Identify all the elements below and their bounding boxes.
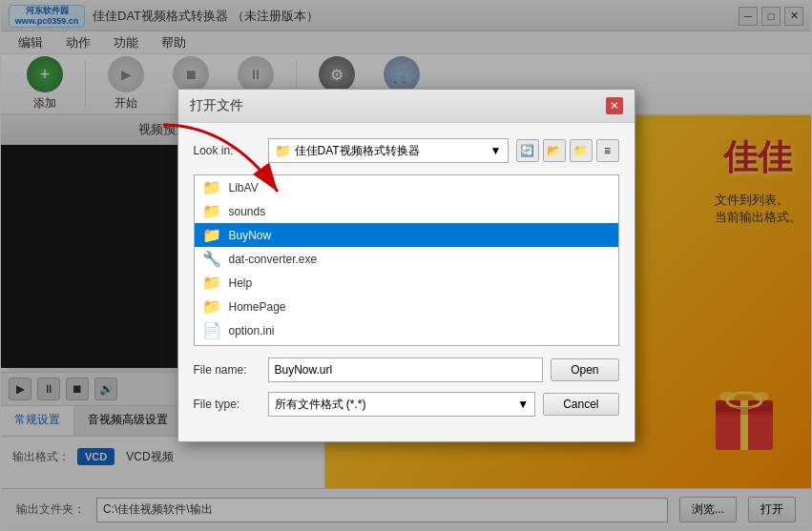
filetype-combo[interactable]: 所有文件格式 (*.*) ▼ xyxy=(268,392,536,417)
file-list[interactable]: 📁 LibAV 📁 sounds 📁 BuyNow 🔧 dat-converte… xyxy=(194,174,619,346)
file-item-dat-converter[interactable]: 🔧 dat-converter.exe xyxy=(195,247,618,271)
look-in-text: 📁 佳佳DAT视频格式转换器 xyxy=(275,143,420,159)
filename-input[interactable] xyxy=(268,357,544,382)
look-in-row: Look in: 📁 佳佳DAT视频格式转换器 ▼ 🔄 📂 xyxy=(194,138,619,163)
file-item-sounds[interactable]: 📁 sounds xyxy=(195,199,618,223)
filename-row: File name: Open xyxy=(194,357,619,382)
file-item-homepage[interactable]: 📁 HomePage xyxy=(195,295,618,318)
view-button[interactable]: ≡ xyxy=(596,139,619,162)
open-dialog-button[interactable]: Open xyxy=(551,358,618,381)
dialog-toolbar-icons: 🔄 📂 📁 ≡ xyxy=(516,139,619,162)
folder-icon-libav: 📁 xyxy=(202,178,221,196)
look-in-label: Look in: xyxy=(194,144,260,157)
go-back-button[interactable]: 🔄 xyxy=(516,139,539,162)
filetype-row: File type: 所有文件格式 (*.*) ▼ Cancel xyxy=(194,392,619,417)
file-item-help[interactable]: 📁 Help xyxy=(195,271,618,295)
exe-icon-dat: 🔧 xyxy=(202,250,221,268)
dialog-close-button[interactable]: ✕ xyxy=(606,97,623,114)
file-item-option-ini[interactable]: 📄 option.ini xyxy=(195,318,618,342)
folder-icon-buynow: 📁 xyxy=(202,226,221,244)
dialog-body: Look in: 📁 佳佳DAT视频格式转换器 ▼ 🔄 📂 xyxy=(178,123,635,441)
dialog-title-bar: 打开文件 ✕ xyxy=(178,90,635,123)
file-item-libav[interactable]: 📁 LibAV xyxy=(195,175,618,199)
folder-icon-sounds: 📁 xyxy=(202,202,221,220)
dialog-overlay: 打开文件 ✕ Look in: 📁 佳佳DAT视频格式转换器 ▼ xyxy=(1,1,811,530)
up-folder-button[interactable]: 📂 xyxy=(543,139,566,162)
file-icon-option: 📄 xyxy=(202,321,221,339)
folder-icon-homepage: 📁 xyxy=(202,297,221,316)
look-in-combo[interactable]: 📁 佳佳DAT视频格式转换器 ▼ xyxy=(268,138,509,163)
main-window: 河东软件园 www.pc0359.cn 佳佳DAT视频格式转换器 （未注册版本）… xyxy=(0,0,812,531)
cancel-dialog-button[interactable]: Cancel xyxy=(543,393,618,416)
exe-icon-uninst: 🔧 xyxy=(202,345,221,346)
filetype-label: File type: xyxy=(194,398,260,411)
open-file-dialog: 打开文件 ✕ Look in: 📁 佳佳DAT视频格式转换器 ▼ xyxy=(177,89,635,442)
file-item-buynow[interactable]: 📁 BuyNow xyxy=(195,223,618,247)
new-folder-button[interactable]: 📁 xyxy=(570,139,593,162)
dialog-title: 打开文件 xyxy=(190,97,243,114)
file-item-uninst[interactable]: 🔧 uninst.exe xyxy=(195,342,618,346)
folder-icon-help: 📁 xyxy=(202,274,221,292)
folder-icon: 📁 xyxy=(275,143,291,158)
filename-label: File name: xyxy=(194,363,260,377)
